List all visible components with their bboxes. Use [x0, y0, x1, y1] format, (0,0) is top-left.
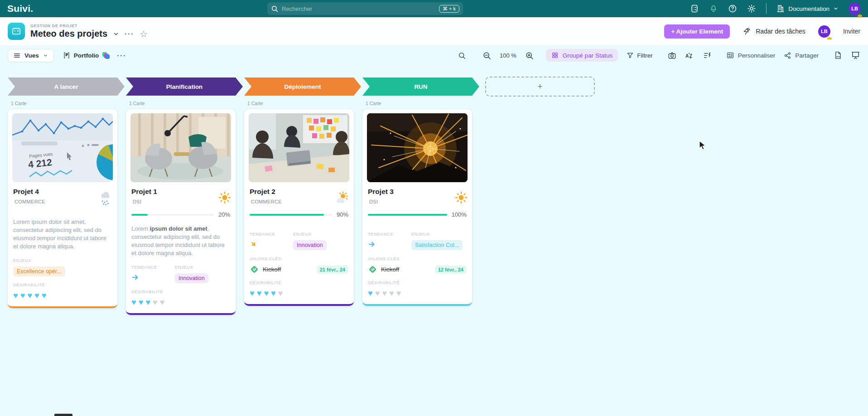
milestone-check-diamond-icon — [250, 265, 259, 274]
card-cover-analytics-photo: Pages vues 4 212 — [12, 113, 113, 182]
board-search-icon[interactable] — [458, 52, 466, 59]
enjeux-badge[interactable]: Excellence opér... — [13, 266, 65, 276]
enjeux-badge[interactable]: Innovation — [175, 273, 208, 283]
heart-filled-icon: ♥ — [264, 289, 269, 298]
heart-empty-icon: ♥ — [160, 298, 165, 307]
jalons-label: JALONS CLÉS — [368, 256, 467, 261]
status-label: RUN — [414, 83, 427, 90]
invite-button[interactable]: Inviter — [843, 28, 860, 35]
zoom-out-icon[interactable] — [482, 51, 491, 60]
share-label: Partager — [795, 52, 819, 59]
card-title: Projet 4 — [13, 188, 112, 196]
progress-bar: 20% — [131, 211, 230, 218]
views-dropdown[interactable]: Vues — [8, 49, 54, 62]
desirability-hearts[interactable]: ♥♥♥♥♥ — [368, 289, 467, 298]
search-input[interactable] — [278, 5, 439, 12]
status-label: Déploiement — [284, 83, 321, 90]
member-avatar[interactable]: LB — [818, 25, 830, 38]
share-icon — [784, 52, 791, 59]
weather-rain-icon — [99, 191, 113, 206]
zoom-in-icon[interactable] — [525, 51, 534, 60]
status-column-run[interactable]: RUN — [362, 77, 479, 96]
topbar: Suivi. ⌘ + k Documentation LB — [0, 0, 868, 17]
documentation-label: Documentation — [788, 5, 829, 12]
project-card-projet-3[interactable]: Projet 3 DSI 100% TENDANCE — [362, 109, 472, 306]
title-more-menu[interactable]: ··· — [125, 30, 134, 38]
favorite-star-icon[interactable]: ☆ — [140, 29, 148, 39]
jalons-label: JALONS CLÉS — [250, 256, 348, 261]
documentation-menu[interactable]: Documentation — [776, 5, 839, 13]
tab-portfolio[interactable]: Portfolio — [63, 52, 110, 59]
grid-icon — [551, 52, 559, 59]
desirabilite-label: DÉSIRABILITÉ — [131, 289, 230, 294]
avatar-initials: LB — [851, 6, 858, 11]
desirability-hearts[interactable]: ♥♥♥♥♥ — [13, 291, 112, 300]
heart-empty-icon: ♥ — [396, 289, 401, 298]
search-shortcut-badge: ⌘ + k — [439, 5, 459, 13]
export-ppt-icon[interactable]: PPT — [834, 51, 842, 60]
tabs-more-menu[interactable]: ··· — [117, 52, 126, 59]
funnel-icon — [627, 52, 634, 59]
status-column-a-lancer[interactable]: A lancer — [8, 77, 125, 96]
avatar-initials: LB — [821, 29, 828, 34]
enjeux-label: ENJEUX — [13, 258, 112, 263]
heart-filled-icon: ♥ — [257, 289, 262, 298]
page-header: GESTION DE PROJET Meteo des projets ··· … — [0, 17, 868, 46]
project-app-icon — [8, 23, 25, 40]
sort-az-icon[interactable]: AZ — [685, 51, 694, 60]
tasks-checklist-icon[interactable] — [690, 4, 699, 13]
status-column-deploiement[interactable]: Déploiement — [244, 77, 361, 96]
column-count: 1 Carte — [8, 101, 125, 106]
add-element-button[interactable]: + Ajouter Element — [664, 24, 730, 39]
milestone-row[interactable]: Kickoff 21 févr., 24 — [250, 265, 348, 274]
app-logo: Suivi. — [7, 3, 33, 14]
heart-filled-icon: ♥ — [34, 291, 39, 300]
help-icon[interactable] — [728, 4, 737, 13]
heart-filled-icon: ♥ — [42, 291, 47, 300]
status-label: Planification — [166, 83, 203, 90]
search-icon — [271, 5, 278, 12]
chevron-down-icon — [43, 53, 48, 58]
heart-filled-icon: ♥ — [131, 298, 136, 307]
card-description: Lorem ipsum dolor sit amet, consectetur … — [13, 218, 112, 251]
column-count: 1 Carte — [244, 101, 361, 106]
group-by-status-button[interactable]: Groupé par Status — [546, 49, 618, 62]
milestone-name: Kickoff — [381, 266, 399, 273]
desirability-hearts[interactable]: ♥♥♥♥♥ — [131, 298, 230, 307]
notifications-bell-icon[interactable] — [709, 4, 718, 13]
card-tag: DSI — [369, 199, 467, 204]
project-card-projet-1[interactable]: Projet 1 DSI 20% Lorem ipsum dolor sit a… — [126, 109, 236, 315]
project-card-projet-2[interactable]: Projet 2 COMMERCE 90% TENDANCE — [244, 109, 354, 306]
add-status-column-button[interactable]: + — [485, 77, 595, 97]
radar-icon — [743, 27, 752, 36]
enjeux-badge[interactable]: Innovation — [293, 240, 327, 250]
heart-empty-icon: ♥ — [389, 289, 394, 298]
quick-actions-icon[interactable] — [703, 51, 712, 60]
milestone-row[interactable]: Kickoff 12 févr., 24 — [368, 265, 467, 274]
personalize-button[interactable]: Personnaliser — [726, 51, 776, 59]
task-radar-button[interactable]: Radar des tâches — [743, 27, 805, 36]
card-cover-office-photo — [130, 113, 231, 182]
card-tag: COMMERCE — [14, 199, 112, 204]
enjeux-label: ENJEUX — [175, 265, 230, 270]
status-column-planification[interactable]: Planification — [126, 77, 243, 96]
filter-button[interactable]: Filtrer — [627, 52, 653, 59]
card-tag: DSI — [133, 199, 230, 204]
title-chevron-down-icon[interactable] — [113, 31, 119, 37]
share-button[interactable]: Partager — [784, 52, 819, 59]
zoom-level: 100 % — [500, 52, 516, 59]
card-title: Projet 3 — [368, 188, 467, 196]
desirability-hearts[interactable]: ♥♥♥♥♥ — [250, 289, 348, 298]
project-card-projet-4[interactable]: Pages vues 4 212 — [8, 109, 117, 308]
views-label: Vues — [24, 52, 39, 59]
enjeux-badge[interactable]: Satisfaction Col... — [411, 240, 463, 250]
presentation-mode-icon[interactable] — [851, 51, 860, 60]
user-avatar[interactable]: LB — [849, 3, 861, 15]
snapshot-camera-icon[interactable] — [668, 51, 676, 60]
personalize-label: Personnaliser — [738, 52, 776, 59]
global-search[interactable]: ⌘ + k — [267, 2, 463, 15]
card-description: Lorem ipsum dolor sit amet, consectetur … — [131, 225, 230, 257]
crown-icon — [827, 36, 832, 40]
settings-gear-icon[interactable] — [747, 4, 756, 13]
column-counts-row: 1 Carte 1 Carte 1 Carte 1 Carte — [8, 101, 868, 106]
